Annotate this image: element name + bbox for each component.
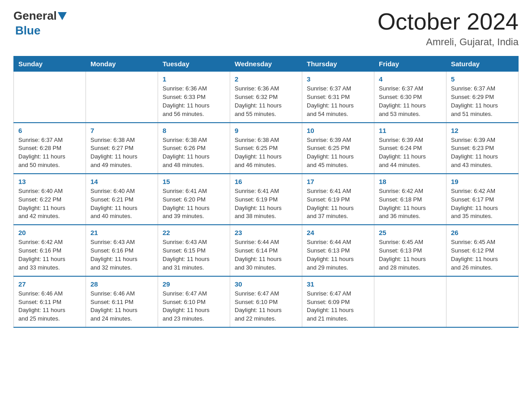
header-thursday: Thursday: [302, 56, 374, 72]
day-number: 13: [18, 178, 81, 185]
day-number: 12: [451, 127, 514, 134]
calendar-week-row: 6Sunrise: 6:37 AM Sunset: 6:28 PM Daylig…: [14, 123, 519, 174]
calendar-week-row: 13Sunrise: 6:40 AM Sunset: 6:22 PM Dayli…: [14, 174, 519, 225]
calendar-cell: 5Sunrise: 6:37 AM Sunset: 6:29 PM Daylig…: [446, 72, 519, 123]
day-number: 29: [163, 280, 225, 288]
calendar-week-row: 1Sunrise: 6:36 AM Sunset: 6:33 PM Daylig…: [14, 72, 519, 123]
calendar-cell: [86, 72, 158, 123]
calendar-cell: [446, 276, 519, 327]
day-info: Sunrise: 6:39 AM Sunset: 6:23 PM Dayligh…: [451, 136, 514, 170]
day-info: Sunrise: 6:45 AM Sunset: 6:13 PM Dayligh…: [379, 238, 442, 272]
day-info: Sunrise: 6:36 AM Sunset: 6:32 PM Dayligh…: [235, 85, 297, 118]
header-tuesday: Tuesday: [158, 56, 230, 72]
day-number: 2: [235, 75, 297, 83]
day-info: Sunrise: 6:41 AM Sunset: 6:19 PM Dayligh…: [307, 187, 369, 221]
day-info: Sunrise: 6:46 AM Sunset: 6:11 PM Dayligh…: [18, 290, 81, 323]
calendar-week-row: 20Sunrise: 6:42 AM Sunset: 6:16 PM Dayli…: [14, 225, 519, 276]
day-info: Sunrise: 6:40 AM Sunset: 6:22 PM Dayligh…: [18, 187, 81, 221]
calendar-cell: 6Sunrise: 6:37 AM Sunset: 6:28 PM Daylig…: [14, 123, 86, 174]
day-info: Sunrise: 6:43 AM Sunset: 6:16 PM Dayligh…: [90, 238, 153, 272]
calendar-cell: 4Sunrise: 6:37 AM Sunset: 6:30 PM Daylig…: [374, 72, 446, 123]
calendar-table: Sunday Monday Tuesday Wednesday Thursday…: [13, 56, 519, 328]
header-monday: Monday: [86, 56, 158, 72]
calendar-cell: 20Sunrise: 6:42 AM Sunset: 6:16 PM Dayli…: [14, 225, 86, 276]
calendar-header-row: Sunday Monday Tuesday Wednesday Thursday…: [14, 56, 519, 72]
calendar-cell: 29Sunrise: 6:47 AM Sunset: 6:10 PM Dayli…: [158, 276, 230, 327]
calendar-cell: 13Sunrise: 6:40 AM Sunset: 6:22 PM Dayli…: [14, 174, 86, 225]
day-number: 28: [90, 280, 153, 288]
day-info: Sunrise: 6:46 AM Sunset: 6:11 PM Dayligh…: [90, 290, 153, 323]
day-info: Sunrise: 6:38 AM Sunset: 6:27 PM Dayligh…: [90, 136, 153, 170]
calendar-cell: [374, 276, 446, 327]
day-info: Sunrise: 6:44 AM Sunset: 6:14 PM Dayligh…: [235, 238, 297, 272]
day-info: Sunrise: 6:37 AM Sunset: 6:31 PM Dayligh…: [307, 85, 369, 118]
logo: General: [13, 9, 68, 23]
day-number: 16: [235, 178, 297, 185]
day-number: 23: [235, 229, 297, 236]
day-info: Sunrise: 6:44 AM Sunset: 6:13 PM Dayligh…: [307, 238, 369, 272]
header-sunday: Sunday: [14, 56, 86, 72]
day-info: Sunrise: 6:42 AM Sunset: 6:18 PM Dayligh…: [379, 187, 442, 221]
calendar-cell: 2Sunrise: 6:36 AM Sunset: 6:32 PM Daylig…: [230, 72, 302, 123]
calendar-cell: 21Sunrise: 6:43 AM Sunset: 6:16 PM Dayli…: [86, 225, 158, 276]
month-title: October 2024: [378, 9, 519, 34]
calendar-cell: 18Sunrise: 6:42 AM Sunset: 6:18 PM Dayli…: [374, 174, 446, 225]
calendar-cell: 22Sunrise: 6:43 AM Sunset: 6:15 PM Dayli…: [158, 225, 230, 276]
header-wednesday: Wednesday: [230, 56, 302, 72]
calendar-cell: 15Sunrise: 6:41 AM Sunset: 6:20 PM Dayli…: [158, 174, 230, 225]
day-info: Sunrise: 6:45 AM Sunset: 6:12 PM Dayligh…: [451, 238, 514, 272]
day-info: Sunrise: 6:39 AM Sunset: 6:25 PM Dayligh…: [307, 136, 369, 170]
day-number: 18: [379, 178, 442, 185]
day-number: 6: [18, 127, 81, 134]
day-number: 4: [379, 75, 442, 83]
day-info: Sunrise: 6:38 AM Sunset: 6:26 PM Dayligh…: [163, 136, 225, 170]
day-info: Sunrise: 6:47 AM Sunset: 6:10 PM Dayligh…: [163, 290, 225, 323]
logo-area: General Blue: [13, 9, 68, 38]
calendar-week-row: 27Sunrise: 6:46 AM Sunset: 6:11 PM Dayli…: [14, 276, 519, 327]
day-info: Sunrise: 6:40 AM Sunset: 6:21 PM Dayligh…: [90, 187, 153, 221]
day-number: 3: [307, 75, 369, 83]
day-number: 27: [18, 280, 81, 288]
day-number: 30: [235, 280, 297, 288]
calendar-cell: 27Sunrise: 6:46 AM Sunset: 6:11 PM Dayli…: [14, 276, 86, 327]
day-number: 21: [90, 229, 153, 236]
day-info: Sunrise: 6:41 AM Sunset: 6:20 PM Dayligh…: [163, 187, 225, 221]
day-number: 31: [307, 280, 369, 288]
logo-triangle-icon: [58, 12, 67, 20]
day-number: 20: [18, 229, 81, 236]
calendar-cell: 24Sunrise: 6:44 AM Sunset: 6:13 PM Dayli…: [302, 225, 374, 276]
day-number: 17: [307, 178, 369, 185]
calendar-cell: 28Sunrise: 6:46 AM Sunset: 6:11 PM Dayli…: [86, 276, 158, 327]
calendar-cell: 8Sunrise: 6:38 AM Sunset: 6:26 PM Daylig…: [158, 123, 230, 174]
day-info: Sunrise: 6:43 AM Sunset: 6:15 PM Dayligh…: [163, 238, 225, 272]
day-number: 8: [163, 127, 225, 134]
day-number: 7: [90, 127, 153, 134]
day-number: 11: [379, 127, 442, 134]
calendar-cell: 10Sunrise: 6:39 AM Sunset: 6:25 PM Dayli…: [302, 123, 374, 174]
day-number: 25: [379, 229, 442, 236]
calendar-cell: 14Sunrise: 6:40 AM Sunset: 6:21 PM Dayli…: [86, 174, 158, 225]
calendar-cell: 25Sunrise: 6:45 AM Sunset: 6:13 PM Dayli…: [374, 225, 446, 276]
day-number: 24: [307, 229, 369, 236]
calendar-cell: 19Sunrise: 6:42 AM Sunset: 6:17 PM Dayli…: [446, 174, 519, 225]
calendar-cell: 12Sunrise: 6:39 AM Sunset: 6:23 PM Dayli…: [446, 123, 519, 174]
day-info: Sunrise: 6:36 AM Sunset: 6:33 PM Dayligh…: [163, 85, 225, 118]
calendar-cell: 30Sunrise: 6:47 AM Sunset: 6:10 PM Dayli…: [230, 276, 302, 327]
location-subtitle: Amreli, Gujarat, India: [378, 36, 519, 48]
day-info: Sunrise: 6:42 AM Sunset: 6:17 PM Dayligh…: [451, 187, 514, 221]
calendar-cell: 17Sunrise: 6:41 AM Sunset: 6:19 PM Dayli…: [302, 174, 374, 225]
day-number: 5: [451, 75, 514, 83]
day-info: Sunrise: 6:37 AM Sunset: 6:28 PM Dayligh…: [18, 136, 81, 170]
page-header: General Blue October 2024 Amreli, Gujara…: [13, 9, 519, 48]
day-info: Sunrise: 6:42 AM Sunset: 6:16 PM Dayligh…: [18, 238, 81, 272]
logo-general-text: General: [13, 9, 57, 23]
calendar-cell: 11Sunrise: 6:39 AM Sunset: 6:24 PM Dayli…: [374, 123, 446, 174]
calendar-cell: [14, 72, 86, 123]
calendar-cell: 26Sunrise: 6:45 AM Sunset: 6:12 PM Dayli…: [446, 225, 519, 276]
day-info: Sunrise: 6:41 AM Sunset: 6:19 PM Dayligh…: [235, 187, 297, 221]
day-info: Sunrise: 6:37 AM Sunset: 6:29 PM Dayligh…: [451, 85, 514, 118]
day-number: 1: [163, 75, 225, 83]
day-info: Sunrise: 6:47 AM Sunset: 6:09 PM Dayligh…: [307, 290, 369, 323]
logo-blue-text: Blue: [15, 24, 40, 37]
calendar-cell: 3Sunrise: 6:37 AM Sunset: 6:31 PM Daylig…: [302, 72, 374, 123]
